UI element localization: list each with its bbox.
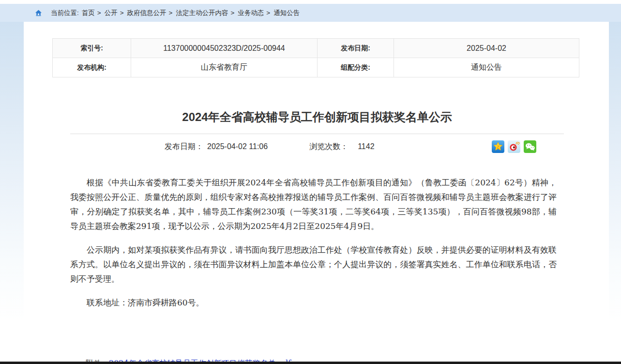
breadcrumb-item-open[interactable]: 公开 [105, 9, 118, 17]
breadcrumb-item-business[interactable]: 业务动态 [238, 9, 264, 17]
views-caption: 浏览次数： [309, 142, 348, 152]
issuing-agency-label: 发布机构: [53, 58, 131, 77]
breadcrumb-item-statutory[interactable]: 法定主动公开内容 [176, 9, 228, 17]
page-title: 2024年全省高校辅导员工作创新项目拟获奖名单公示 [70, 109, 564, 125]
breadcrumb-separator: > [230, 9, 234, 16]
paragraph: 联系地址：济南市舜耕路60号。 [70, 295, 557, 310]
article-body: 根据《中共山东省委教育工委关于组织开展2024年全省高校辅导员工作创新项目的通知… [70, 175, 557, 364]
publish-date-value: 2025-04-02 [394, 39, 579, 58]
table-row: 索引号: 11370000004502323D/2025-00944 发布日期:… [53, 39, 579, 58]
top-strip [0, 0, 621, 4]
breadcrumb-item-notices[interactable]: 通知公告 [273, 9, 300, 17]
breadcrumb-separator: > [120, 9, 124, 16]
home-icon[interactable] [35, 9, 42, 16]
views-count: 1142 [358, 142, 374, 151]
paragraph: 根据《中共山东省委教育工委关于组织开展2024年全省高校辅导员工作创新项目的通知… [70, 175, 557, 233]
qzone-share-icon[interactable]: Z [492, 140, 504, 153]
breadcrumb: 当前位置: 首页 > 公开 > 政府信息公开 > 法定主动公开内容 > 业务动态… [0, 4, 621, 22]
publish-date-label: 发布日期: [318, 39, 394, 58]
breadcrumb-separator: > [169, 9, 173, 16]
svg-text:Z: Z [497, 145, 500, 150]
category-value: 通知公告 [394, 58, 579, 77]
publish-info-row: 发布日期： 2025-04-02 11:06 浏览次数： 1142 Z [70, 139, 564, 154]
index-number-value: 11370000004502323D/2025-00944 [131, 39, 318, 58]
paragraph: 公示期内，如对某项拟获奖作品有异议，请书面向我厅思想政治工作处（学校宣传教育处）… [70, 243, 557, 286]
title-divider [70, 134, 564, 134]
breadcrumb-item-gov-info[interactable]: 政府信息公开 [127, 9, 167, 17]
publish-date-caption: 发布日期： [165, 142, 203, 152]
metadata-table: 索引号: 11370000004502323D/2025-00944 发布日期:… [52, 38, 579, 77]
wechat-share-icon[interactable] [524, 140, 536, 153]
page-background: 索引号: 11370000004502323D/2025-00944 发布日期:… [0, 22, 621, 364]
weibo-share-icon[interactable] [508, 140, 520, 153]
category-label: 组配分类: [318, 58, 394, 77]
breadcrumb-separator: > [97, 9, 101, 16]
table-row: 发布机构: 山东省教育厅 组配分类: 通知公告 [53, 58, 579, 77]
issuing-agency-value: 山东省教育厅 [131, 58, 318, 77]
footer-edge [0, 362, 621, 364]
breadcrumb-separator: > [266, 9, 270, 16]
publish-datetime: 2025-04-02 11:06 [207, 142, 268, 151]
breadcrumb-item-home[interactable]: 首页 [82, 9, 95, 17]
index-number-label: 索引号: [53, 39, 131, 58]
share-toolbar: Z [492, 140, 536, 153]
content-card: 索引号: 11370000004502323D/2025-00944 发布日期:… [24, 22, 609, 364]
breadcrumb-prefix: 当前位置: [51, 9, 79, 17]
